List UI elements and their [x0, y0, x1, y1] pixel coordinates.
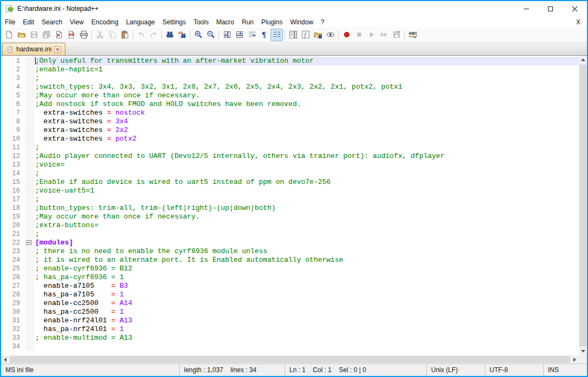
menu-item-help[interactable]: ? — [317, 17, 328, 27]
line-number[interactable]: 9 — [1, 126, 25, 135]
code-text[interactable]: extra-switches = potx2 — [34, 135, 579, 143]
line-number[interactable]: 23 — [1, 247, 25, 256]
code-text[interactable]: ;voice-uart5=1 — [34, 187, 579, 195]
status-insert-mode[interactable]: INS — [544, 364, 587, 376]
code-text[interactable]: ;enable-haptic=1 — [34, 65, 579, 74]
open-file-button[interactable] — [15, 29, 28, 41]
cut-button[interactable] — [94, 29, 106, 41]
zoom-out-button[interactable] — [204, 29, 217, 41]
line-number[interactable]: 18 — [1, 204, 25, 213]
line-number[interactable]: 6 — [1, 100, 25, 109]
save-file-button[interactable] — [28, 29, 40, 41]
line-number[interactable]: 32 — [1, 325, 25, 334]
code-text[interactable]: extra-switches = 3x4 — [34, 117, 579, 126]
vertical-scrollbar[interactable] — [579, 56, 587, 355]
line-number[interactable]: 3 — [1, 74, 25, 83]
code-text[interactable]: ;Enable if audio device is wired to uart… — [34, 178, 579, 187]
line-number[interactable]: 27 — [1, 282, 25, 290]
line-number[interactable]: 29 — [1, 299, 25, 308]
menu-item-edit[interactable]: Edit — [19, 17, 38, 27]
folder-as-workspace-button[interactable] — [312, 29, 324, 41]
minimize-button[interactable] — [514, 1, 538, 16]
line-number[interactable]: 26 — [1, 273, 25, 282]
line-number[interactable]: 33 — [1, 334, 25, 342]
close-all-button[interactable] — [65, 29, 77, 41]
editor-lines[interactable]: 1;Only useful for transmitters with an a… — [1, 56, 579, 355]
code-text[interactable]: has_pa-cc2500 = 1 — [34, 308, 579, 316]
stop-recording-button[interactable] — [353, 29, 365, 41]
vertical-scrollbar-thumb[interactable] — [579, 64, 586, 347]
scroll-down-button[interactable] — [579, 347, 587, 355]
code-text[interactable]: ; enable-cyrf6936 = B12 — [34, 264, 579, 273]
code-text[interactable]: ; — [34, 74, 579, 83]
line-number[interactable]: 11 — [1, 143, 25, 152]
paste-button[interactable] — [118, 29, 131, 41]
code-text[interactable]: ; has_pa-cyrf6936 = 1 — [34, 273, 579, 282]
line-number[interactable]: 15 — [1, 178, 25, 187]
code-text[interactable]: ;switch_types: 3x4, 3x3, 3x2, 3x1, 2x8, … — [34, 83, 579, 91]
playback-macro-button[interactable] — [365, 29, 378, 41]
code-text[interactable]: [modules] — [34, 239, 579, 247]
code-text[interactable]: ; — [34, 169, 579, 178]
horizontal-scrollbar-thumb[interactable] — [10, 356, 570, 363]
menu-item-language[interactable]: Language — [122, 17, 158, 27]
record-macro-button[interactable] — [340, 29, 353, 41]
menu-item-macro[interactable]: Macro — [213, 17, 238, 27]
line-number[interactable]: 10 — [1, 135, 25, 143]
line-number[interactable]: 1 — [1, 57, 25, 65]
line-number[interactable]: 34 — [1, 342, 25, 351]
document-monitor-button[interactable] — [324, 29, 336, 41]
new-file-button[interactable] — [3, 29, 15, 41]
line-number[interactable]: 13 — [1, 161, 25, 169]
code-text[interactable]: has_pa-a7105 = 1 — [34, 290, 579, 299]
code-text[interactable]: enable-nrf24l01 = A13 — [34, 316, 579, 325]
code-text[interactable]: ; it is wired to an alternate port. It i… — [34, 256, 579, 264]
code-text[interactable]: ; — [34, 195, 579, 204]
sync-scroll-horizontal-button[interactable] — [233, 29, 246, 41]
line-number[interactable]: 8 — [1, 117, 25, 126]
line-number[interactable]: 25 — [1, 264, 25, 273]
code-text[interactable]: ;Only useful for transmitters with an af… — [34, 57, 579, 65]
code-text[interactable]: has_pa-nrf24l01 = 1 — [34, 325, 579, 334]
close-button[interactable] — [563, 1, 587, 16]
line-number[interactable]: 21 — [1, 230, 25, 239]
scroll-up-button[interactable] — [579, 56, 587, 64]
spell-check-button[interactable]: ABC — [406, 29, 419, 41]
line-number[interactable]: 12 — [1, 152, 25, 161]
line-number[interactable]: 31 — [1, 316, 25, 325]
line-number[interactable]: 30 — [1, 308, 25, 316]
menu-item-encoding[interactable]: Encoding — [88, 17, 122, 27]
line-number[interactable]: 17 — [1, 195, 25, 204]
menu-item-window[interactable]: Window — [286, 17, 317, 27]
code-text[interactable]: extra-switches = 2x2 — [34, 126, 579, 135]
code-text[interactable]: ; enable-multimod = A13 — [34, 334, 579, 342]
code-text[interactable]: ;May occur more than once if necessary. — [34, 213, 579, 221]
tab-hardware-ini[interactable]: hardware.ini — [2, 43, 65, 55]
redo-button[interactable] — [147, 29, 160, 41]
code-text[interactable]: ;extra-buttons= — [34, 221, 579, 230]
line-number[interactable]: 4 — [1, 83, 25, 91]
line-number[interactable]: 24 — [1, 256, 25, 264]
line-number[interactable]: 2 — [1, 65, 25, 74]
document-map-button[interactable] — [287, 29, 299, 41]
menu-item-tools[interactable]: Tools — [190, 17, 213, 27]
code-text[interactable]: ;May occur more than once if necessary. — [34, 91, 579, 100]
horizontal-scrollbar[interactable] — [1, 355, 579, 363]
scroll-left-button[interactable] — [1, 355, 9, 363]
replace-button[interactable]: ab — [176, 29, 188, 41]
menu-item-view[interactable]: View — [66, 17, 88, 27]
line-number[interactable]: 14 — [1, 169, 25, 178]
line-number[interactable]: 19 — [1, 213, 25, 221]
code-text[interactable]: ;Audio player connected to UART (Devo12/… — [34, 152, 579, 161]
show-all-characters-button[interactable]: ¶ — [258, 29, 270, 41]
function-list-button[interactable]: f — [299, 29, 312, 41]
find-button[interactable] — [163, 29, 176, 41]
code-text[interactable]: extra-switches = nostock — [34, 109, 579, 117]
fold-toggle-icon[interactable] — [27, 240, 31, 245]
line-number[interactable]: 28 — [1, 290, 25, 299]
code-text[interactable]: enable-cc2500 = A14 — [34, 299, 579, 308]
code-text[interactable]: ; — [34, 230, 579, 239]
zoom-in-button[interactable] — [192, 29, 204, 41]
maximize-button[interactable] — [538, 1, 563, 16]
menu-item-plugins[interactable]: Plugins — [257, 17, 286, 27]
